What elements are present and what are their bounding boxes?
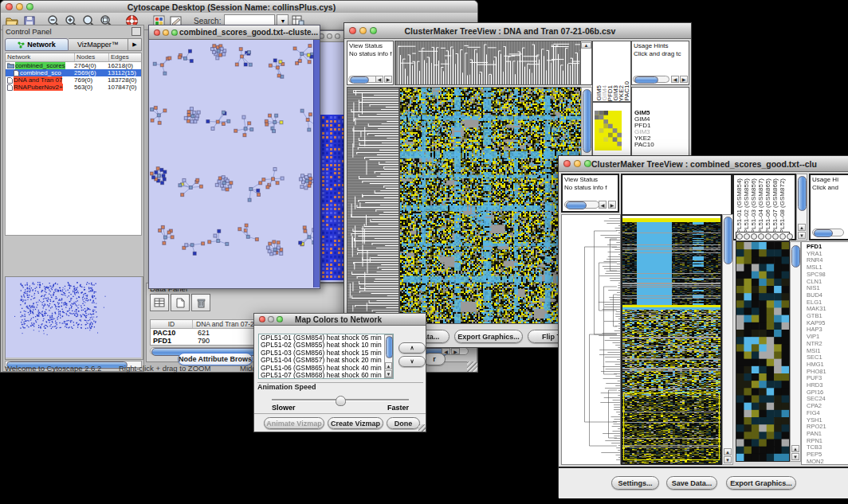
tv2-column-marker-icon[interactable] xyxy=(772,233,779,240)
tv1-column-label: PAC10 xyxy=(623,81,629,101)
tab-vizmapper[interactable]: VizMapper™ xyxy=(69,38,128,51)
tv1-zoom-matrix[interactable] xyxy=(595,111,622,150)
tv2-column-marker-icon[interactable] xyxy=(779,233,786,240)
done-button[interactable]: Done xyxy=(387,417,420,429)
tv1-gene-label[interactable]: PAC10 xyxy=(634,142,654,148)
close-icon[interactable] xyxy=(349,27,356,34)
main-titlebar[interactable]: Cytoscape Desktop (Session Name: collins… xyxy=(1,1,477,14)
node-attribute-browser-tab[interactable]: Node Attribute Brows xyxy=(178,353,253,365)
tv1-col-scroll-strip[interactable]: ▲ xyxy=(580,41,592,85)
network-vscrollbar[interactable] xyxy=(313,40,320,287)
zoom-window-icon[interactable] xyxy=(171,29,178,36)
col-header-edges[interactable]: Edges xyxy=(109,53,141,61)
network-frame-back xyxy=(316,30,347,283)
close-icon[interactable] xyxy=(6,3,13,10)
network-row[interactable]: RNAPuberNov2+563(0)107847(0) xyxy=(6,84,141,91)
tv1-usage-hints: Usage Hints Click and drag tc ◀ ▶ xyxy=(631,41,689,85)
attribute-list-item[interactable]: GPL51-07 (GSM868) heat shock 60 min xyxy=(261,372,393,379)
tab-overflow-button[interactable]: ▶ xyxy=(128,38,142,51)
tv2-export-graphics-button[interactable]: Export Graphics... xyxy=(726,476,796,490)
tv2-gene-panel: PFD1YRA1RNR4MSL1SPC98CLN1NIS1BUD4ELG1MAK… xyxy=(801,241,848,465)
network-view-title: combined_scores_good.txt--cluste... xyxy=(178,28,320,37)
tv2-global-vscrollbar[interactable]: ▲ ▼ xyxy=(722,214,733,465)
tv2-column-marker-icon[interactable] xyxy=(765,233,771,240)
col-header-nodes[interactable]: Nodes xyxy=(75,53,109,61)
minimize-icon[interactable] xyxy=(268,316,274,322)
tv2-column-marker-icon[interactable] xyxy=(751,233,757,240)
tv1-heatmap[interactable] xyxy=(399,87,582,324)
network-tab-icon xyxy=(18,41,25,49)
tv2-column-label: GPL51-06 (GSM865) xyxy=(764,178,771,239)
tv2-column-label: GPL51-07 (GSM868) xyxy=(771,178,779,239)
desktop: Cytoscape Desktop (Session Name: collins… xyxy=(0,0,848,504)
tv2-zoom-vscrollbar[interactable]: ▲ ▼ xyxy=(790,241,801,462)
tv2-hints-hscrollbar[interactable] xyxy=(812,229,844,236)
tv2-column-label: GPL51-01 (GSM854) xyxy=(736,178,743,239)
close-icon[interactable] xyxy=(259,316,265,322)
attribute-list[interactable]: GPL51-01 (GSM854) heat shock 05 minGPL51… xyxy=(258,334,394,379)
network-row[interactable]: combined_sco2569(6)13112(15) xyxy=(6,69,141,76)
new-attribute-icon[interactable] xyxy=(171,294,190,311)
animation-speed-slider[interactable] xyxy=(272,396,409,404)
tv2-save-data-button[interactable]: Save Data... xyxy=(666,476,717,490)
zoom-window-icon[interactable] xyxy=(370,27,377,34)
slower-label: Slower xyxy=(272,404,296,412)
edge-attribute-browser-tab[interactable]: r xyxy=(423,353,446,365)
slider-thumb[interactable] xyxy=(336,396,346,406)
status-welcome: Welcome to Cytoscape 2.6.2 xyxy=(5,364,101,373)
tv1-column-dendrogram[interactable] xyxy=(395,41,581,85)
tv2-gene-label[interactable]: MON2 xyxy=(807,459,826,466)
zoom-window-icon[interactable] xyxy=(26,3,33,10)
map-colors-dialog: Map Colors to Network Attribute List GPL… xyxy=(253,313,426,432)
tv2-zoom-heatmap[interactable] xyxy=(736,241,790,462)
close-icon[interactable] xyxy=(563,160,571,167)
dialog-resize-grip[interactable] xyxy=(418,424,426,432)
window-controls[interactable] xyxy=(1,3,33,10)
tv1-export-graphics-button[interactable]: Export Graphics... xyxy=(454,330,523,343)
data-col-id[interactable]: ID xyxy=(151,320,193,328)
tv2-row-dendrogram[interactable] xyxy=(561,214,621,465)
delete-attribute-icon[interactable] xyxy=(191,294,210,311)
tv2-top-vscrollbar[interactable]: ▲ ▼ xyxy=(796,174,807,240)
move-up-button[interactable]: ∧ xyxy=(398,342,426,354)
tv1-hints-hscrollbar[interactable] xyxy=(633,76,669,83)
animation-speed-label: Animation Speed xyxy=(257,383,423,391)
tv1-row-dendrogram[interactable] xyxy=(347,87,399,324)
minimize-icon[interactable] xyxy=(16,3,23,10)
tab-network[interactable]: Network xyxy=(5,38,69,51)
create-vizmap-button[interactable]: Create Vizmap xyxy=(328,417,383,429)
zoom-window-icon[interactable] xyxy=(277,316,283,322)
tv2-column-marker-icon[interactable] xyxy=(736,233,743,240)
tv1-column-labels: GIM5GIM4PFD1GIM3YKE2PAC10 xyxy=(592,41,631,102)
tv2-column-label: GPL51-02 (GSM855) xyxy=(743,178,750,239)
tv2-column-marker-icon[interactable] xyxy=(744,233,750,240)
attribute-select-icon[interactable] xyxy=(150,294,169,311)
animate-vizmap-button[interactable]: Animate Vizmap xyxy=(264,417,324,429)
minimize-icon[interactable] xyxy=(359,27,367,34)
dialog-title: Map Colors to Network xyxy=(283,315,394,324)
faster-label: Faster xyxy=(387,404,409,412)
network-overview[interactable] xyxy=(5,276,143,360)
move-down-button[interactable]: ∨ xyxy=(398,356,426,367)
minimize-icon[interactable] xyxy=(574,160,581,167)
close-icon[interactable] xyxy=(154,29,160,36)
network-row[interactable]: combined_scores2764(0)16218(0) xyxy=(6,62,141,69)
zoom-window-icon[interactable] xyxy=(335,33,340,39)
tv1-column-label: GIM4 xyxy=(601,85,607,101)
tv2-status-hscrollbar[interactable] xyxy=(564,201,599,209)
network-canvas[interactable] xyxy=(150,40,313,287)
col-header-network[interactable]: Network xyxy=(6,53,75,61)
tv2-settings-button[interactable]: Settings... xyxy=(611,476,659,490)
network-row[interactable]: DNA and Tran 07769(0)183728(0) xyxy=(6,76,141,84)
main-resize-grip[interactable] xyxy=(467,361,477,372)
tv2-global-heatmap[interactable] xyxy=(621,214,722,465)
attribute-list-vscrollbar[interactable]: ▲ ▼ xyxy=(384,334,393,378)
minimize-icon[interactable] xyxy=(163,29,169,36)
dense-network-canvas[interactable] xyxy=(317,115,346,280)
tv2-column-marker-icon[interactable] xyxy=(758,233,764,240)
float-panel-icon[interactable] xyxy=(132,27,141,36)
zoom-window-icon[interactable] xyxy=(584,160,591,167)
tv1-column-label: GIM5 xyxy=(595,85,601,101)
tv2-column-marker-icon[interactable] xyxy=(787,233,793,240)
minimize-icon[interactable] xyxy=(327,33,332,39)
